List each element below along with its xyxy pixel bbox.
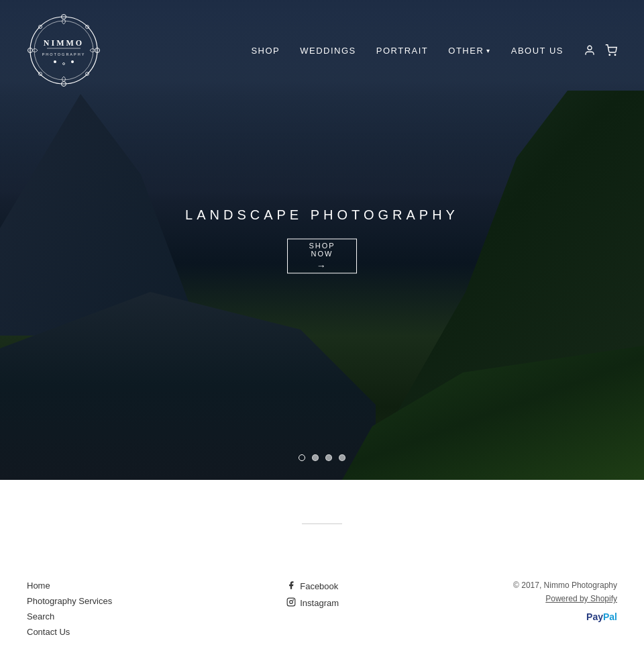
nav-about-us-label: ABOUT US xyxy=(511,46,564,56)
footer-instagram-link[interactable]: Instagram xyxy=(286,597,339,609)
svg-point-13 xyxy=(54,60,56,63)
slider-dot-1[interactable] xyxy=(299,454,305,461)
nav-shop[interactable]: SHOP xyxy=(251,46,280,56)
svg-text:NIMMO: NIMMO xyxy=(44,38,84,48)
nav-about-us[interactable]: ABOUT US xyxy=(511,46,564,56)
svg-point-20 xyxy=(290,601,293,604)
footer-link-search[interactable]: Search xyxy=(27,611,112,621)
svg-point-18 xyxy=(614,54,616,56)
cart-icon[interactable] xyxy=(605,44,617,56)
nav-icons xyxy=(584,44,617,56)
nav-other-label: OTHER xyxy=(448,46,484,56)
site-footer: Home Photography Services Search Contact… xyxy=(0,567,644,649)
hero-section: NIMMO PHOTOGRAPHY SHOP WEDDINGS xyxy=(0,0,644,480)
footer-nav: Home Photography Services Search Contact… xyxy=(27,581,112,637)
svg-point-1 xyxy=(34,21,93,80)
facebook-icon xyxy=(286,581,296,592)
shop-now-arrow: → xyxy=(317,260,328,270)
footer-social: Facebook Instagram xyxy=(286,581,339,609)
shop-now-label: SHOP NOW xyxy=(309,241,335,257)
site-header: NIMMO PHOTOGRAPHY SHOP WEDDINGS xyxy=(0,0,644,101)
svg-rect-19 xyxy=(287,598,295,606)
hero-content: LANDSCAPE PHOTOGRAPHY SHOP NOW → xyxy=(185,207,459,273)
nav-weddings[interactable]: WEDDINGS xyxy=(300,46,356,56)
hero-title: LANDSCAPE PHOTOGRAPHY xyxy=(185,207,459,222)
paypal-text: PayPal xyxy=(586,611,617,622)
account-icon[interactable] xyxy=(584,44,596,56)
footer-copyright: © 2017, Nimmo Photography xyxy=(513,581,617,590)
footer-link-contact[interactable]: Contact Us xyxy=(27,627,112,637)
slider-dot-3[interactable] xyxy=(325,454,332,461)
footer-powered-by[interactable]: Powered by Shopify xyxy=(513,594,617,603)
slider-dots xyxy=(299,454,345,461)
site-logo[interactable]: NIMMO PHOTOGRAPHY xyxy=(27,13,101,87)
footer-link-photography-services[interactable]: Photography Services xyxy=(27,596,112,606)
nav-other[interactable]: OTHER ▾ xyxy=(448,46,491,56)
nav-portrait[interactable]: PORTRAIT xyxy=(376,46,429,56)
facebook-label: Facebook xyxy=(300,581,338,591)
svg-point-17 xyxy=(609,54,610,56)
footer-facebook-link[interactable]: Facebook xyxy=(286,581,339,592)
middle-section xyxy=(0,480,644,567)
svg-point-14 xyxy=(63,63,65,65)
main-nav: SHOP WEDDINGS PORTRAIT OTHER ▾ ABOUT US xyxy=(251,44,617,56)
footer-right: © 2017, Nimmo Photography Powered by Sho… xyxy=(513,581,617,622)
svg-point-16 xyxy=(588,46,592,50)
slider-dot-4[interactable] xyxy=(339,454,345,461)
divider-line xyxy=(302,523,342,524)
footer-link-home[interactable]: Home xyxy=(27,581,112,591)
footer-inner: Home Photography Services Search Contact… xyxy=(27,581,617,637)
nav-portrait-label: PORTRAIT xyxy=(376,46,429,56)
other-dropdown-arrow: ▾ xyxy=(486,47,491,54)
slider-dot-2[interactable] xyxy=(312,454,319,461)
instagram-label: Instagram xyxy=(300,598,339,608)
paypal-logo: PayPal xyxy=(513,611,617,622)
svg-point-15 xyxy=(71,60,74,63)
shop-now-button[interactable]: SHOP NOW → xyxy=(287,238,357,273)
svg-text:PHOTOGRAPHY: PHOTOGRAPHY xyxy=(42,52,86,56)
svg-point-0 xyxy=(30,17,97,84)
svg-point-21 xyxy=(293,599,294,601)
instagram-icon xyxy=(286,597,296,609)
nav-weddings-label: WEDDINGS xyxy=(300,46,356,56)
